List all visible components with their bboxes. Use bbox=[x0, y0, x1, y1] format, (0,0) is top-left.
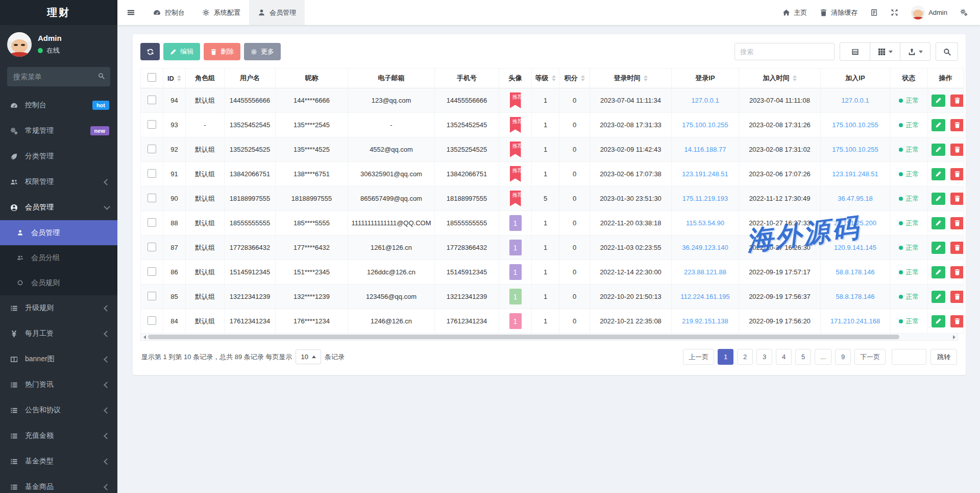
sidebar-item-3[interactable]: 权限管理 bbox=[0, 169, 117, 195]
column-header[interactable]: 加入时间 bbox=[739, 68, 821, 88]
select-all-checkbox[interactable] bbox=[148, 73, 156, 82]
more-button[interactable]: 更多 bbox=[244, 43, 281, 60]
clear-cache-link[interactable]: 清除缓存 bbox=[820, 8, 857, 17]
sidebar-subitem-label: 会员分组 bbox=[31, 253, 60, 263]
cell-join-ip: 120.9.141.145 bbox=[821, 236, 890, 260]
sidebar-item-8[interactable]: 热门资讯 bbox=[0, 372, 117, 397]
row-delete-button[interactable] bbox=[950, 217, 964, 229]
horizontal-scrollbar[interactable] bbox=[140, 334, 958, 341]
sidebar-item-2[interactable]: 分类管理 bbox=[0, 144, 117, 169]
column-header[interactable]: ID bbox=[163, 68, 186, 88]
row-edit-button[interactable] bbox=[932, 217, 945, 229]
table-search-input[interactable] bbox=[734, 43, 835, 60]
row-edit-button[interactable] bbox=[932, 291, 945, 303]
cell-phone: 13525452545 bbox=[435, 113, 499, 137]
row-checkbox[interactable] bbox=[148, 292, 156, 300]
sidebar-subitem-2[interactable]: 会员规则 bbox=[0, 270, 117, 295]
row-checkbox[interactable] bbox=[148, 169, 156, 178]
sidebar-item-6[interactable]: 每月工资 bbox=[0, 321, 117, 346]
menu-search-input[interactable] bbox=[7, 67, 110, 86]
column-header[interactable]: 登录时间 bbox=[590, 68, 672, 88]
page-item-3[interactable]: 3 bbox=[756, 349, 772, 365]
trash-icon bbox=[820, 9, 827, 16]
sidebar-item-11[interactable]: 基金类型 bbox=[0, 449, 117, 474]
row-delete-button[interactable] bbox=[950, 266, 964, 278]
page-item-4[interactable]: 4 bbox=[776, 349, 792, 365]
row-checkbox[interactable] bbox=[148, 218, 156, 227]
row-edit-button[interactable] bbox=[932, 266, 945, 278]
page-item-1[interactable]: 1 bbox=[718, 349, 733, 365]
fullscreen-button[interactable] bbox=[891, 9, 898, 16]
sidebar-item-5[interactable]: 升级规则 bbox=[0, 295, 117, 321]
tab-1[interactable]: 系统配置 bbox=[193, 0, 249, 25]
row-edit-button[interactable] bbox=[932, 95, 945, 107]
scroll-right-arrow[interactable] bbox=[950, 335, 958, 339]
row-edit-button[interactable] bbox=[932, 144, 945, 156]
row-checkbox[interactable] bbox=[148, 316, 156, 325]
page-item-9[interactable]: 9 bbox=[835, 349, 851, 365]
row-checkbox[interactable] bbox=[148, 243, 156, 251]
sidebar-item-4[interactable]: 会员管理 bbox=[0, 195, 117, 220]
row-delete-button[interactable] bbox=[950, 95, 964, 107]
clear-cache-label: 清除缓存 bbox=[831, 8, 857, 17]
page-item-2[interactable]: 2 bbox=[737, 349, 753, 365]
column-header[interactable]: 等级 bbox=[532, 68, 559, 88]
export-button[interactable] bbox=[900, 42, 930, 61]
row-checkbox[interactable] bbox=[148, 145, 156, 153]
fullscreen-icon bbox=[891, 9, 898, 16]
row-delete-button[interactable] bbox=[950, 291, 964, 303]
row-delete-button[interactable] bbox=[950, 119, 964, 131]
sidebar-item-7[interactable]: banner图 bbox=[0, 346, 117, 372]
column-header[interactable]: 积分 bbox=[559, 68, 590, 88]
gear-icon bbox=[251, 49, 257, 55]
tab-2[interactable]: 会员管理 bbox=[249, 0, 305, 25]
sidebar-item-1[interactable]: 常规管理new bbox=[0, 118, 117, 144]
refresh-button[interactable] bbox=[140, 43, 160, 60]
scrollbar-thumb[interactable] bbox=[148, 335, 899, 339]
row-checkbox[interactable] bbox=[148, 194, 156, 202]
cell-status: 正常 bbox=[890, 186, 928, 211]
page-item-...[interactable]: ... bbox=[815, 349, 831, 365]
sidebar-item-12[interactable]: 基金商品 bbox=[0, 474, 117, 493]
jump-page-input[interactable] bbox=[892, 349, 926, 365]
row-edit-button[interactable] bbox=[932, 168, 945, 180]
row-delete-button[interactable] bbox=[950, 315, 964, 327]
status-dot-icon bbox=[899, 123, 903, 127]
row-checkbox[interactable] bbox=[148, 120, 156, 129]
cell-nickname: 132****1239 bbox=[276, 285, 348, 309]
row-delete-button[interactable] bbox=[950, 144, 964, 156]
sidebar-item-9[interactable]: 公告和协议 bbox=[0, 397, 117, 423]
sidebar-item-10[interactable]: 充值金额 bbox=[0, 423, 117, 449]
page-item-下一页[interactable]: 下一页 bbox=[854, 349, 886, 365]
jump-button[interactable]: 跳转 bbox=[930, 349, 957, 365]
delete-button[interactable]: 删除 bbox=[204, 43, 240, 60]
row-delete-button[interactable] bbox=[950, 168, 964, 180]
page-size-select[interactable]: 10 bbox=[296, 349, 321, 364]
row-edit-button[interactable] bbox=[932, 119, 945, 131]
edit-button[interactable]: 编辑 bbox=[163, 43, 200, 60]
scroll-left-arrow[interactable] bbox=[141, 335, 148, 339]
columns-toggle-button[interactable] bbox=[870, 42, 900, 61]
row-delete-button[interactable] bbox=[950, 193, 964, 205]
row-edit-button[interactable] bbox=[932, 315, 945, 327]
cell-checkbox bbox=[141, 137, 163, 162]
row-checkbox[interactable] bbox=[148, 96, 156, 104]
row-edit-button[interactable] bbox=[932, 242, 945, 254]
sidebar-subitem-1[interactable]: 会员分组 bbox=[0, 245, 117, 270]
user-menu[interactable]: Admin bbox=[911, 6, 947, 19]
cell-login-ip: 36.249.123.140 bbox=[672, 236, 739, 260]
advanced-search-button[interactable] bbox=[936, 42, 958, 61]
settings-button[interactable] bbox=[960, 9, 968, 16]
sidebar-item-0[interactable]: 控制台hot bbox=[0, 92, 117, 118]
page-item-5[interactable]: 5 bbox=[795, 349, 811, 365]
page-item-上一页[interactable]: 上一页 bbox=[683, 349, 714, 365]
sidebar-subitem-0[interactable]: 会员管理 bbox=[0, 220, 117, 245]
language-button[interactable] bbox=[870, 9, 878, 16]
row-edit-button[interactable] bbox=[932, 193, 945, 205]
sidebar-toggle-button[interactable] bbox=[117, 0, 144, 25]
home-link[interactable]: 主页 bbox=[782, 8, 807, 17]
detail-view-button[interactable] bbox=[840, 42, 870, 61]
row-delete-button[interactable] bbox=[950, 242, 964, 254]
row-checkbox[interactable] bbox=[148, 267, 156, 276]
tab-0[interactable]: 控制台 bbox=[144, 0, 193, 25]
